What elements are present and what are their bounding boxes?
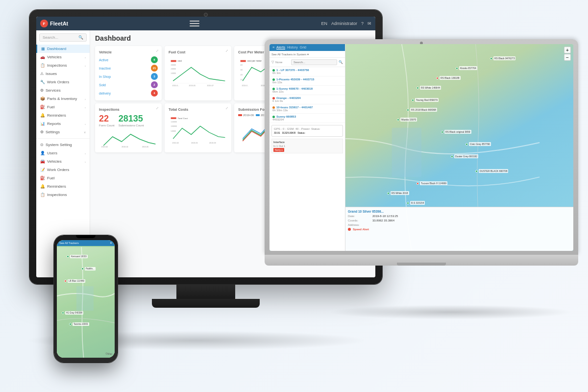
status-value: Status: bbox=[297, 131, 305, 134]
user-menu[interactable]: Administrator bbox=[331, 21, 357, 26]
svg-text:2019-0..: 2019-0.. bbox=[242, 85, 248, 87]
tracker-item-3[interactable]: 1-Sunny 400670 - 4403018 0km 22s bbox=[270, 86, 345, 95]
panel-search-icon[interactable]: 🔍 bbox=[339, 60, 343, 64]
panel-tab-history[interactable]: History bbox=[287, 46, 298, 49]
inshop-badge: 3 bbox=[151, 73, 158, 80]
svg-text:40: 40 bbox=[241, 64, 243, 66]
vehicle-sub-icon: 🚘 bbox=[40, 159, 45, 164]
fuel-sub-icon: ⛽ bbox=[40, 176, 45, 180]
hamburger-line-2 bbox=[190, 23, 199, 24]
sidebar-item-inspections-sub[interactable]: 📋 Inspections bbox=[36, 191, 90, 199]
sidebar-item-reminders-sub[interactable]: 🔔 Reminders bbox=[36, 182, 90, 191]
sidebar-label: Issues bbox=[46, 72, 57, 76]
vehicle-expand-icon[interactable]: ⤢ bbox=[156, 49, 159, 53]
map-bottom-panel: Grand 10 Silver 65398... Date: 2019-8-18… bbox=[345, 207, 573, 251]
marker-12: Tucson Black 8 114669 bbox=[416, 181, 447, 185]
panel-tab-alerts[interactable]: ≡ bbox=[272, 46, 274, 49]
sold-label: Sold bbox=[99, 83, 106, 87]
marker-dot-4 bbox=[416, 87, 419, 89]
help-icon[interactable]: ? bbox=[361, 21, 364, 26]
hamburger-line-3 bbox=[190, 25, 199, 26]
map-zoom-controls: + − bbox=[564, 47, 571, 61]
phone-marker-2: Pathfin... bbox=[81, 267, 96, 270]
sidebar-item-parts[interactable]: 📦 Parts & Inventory › bbox=[36, 95, 90, 103]
sidebar-item-workorders-sub[interactable]: 📝 Work Orders bbox=[36, 166, 90, 174]
svg-text:150000: 150000 bbox=[171, 121, 177, 123]
lang-selector[interactable]: EN bbox=[321, 21, 327, 26]
mail-icon[interactable]: ✉ bbox=[368, 21, 371, 26]
sidebar-item-fuel[interactable]: ⛽ Fuel › bbox=[36, 103, 90, 111]
sidebar-item-users[interactable]: 👤 Users › bbox=[36, 149, 90, 157]
phone-marker-4: H1 Gray 540398 bbox=[62, 311, 83, 315]
sidebar-item-workorders[interactable]: 🔧 Work Orders bbox=[36, 78, 90, 86]
panel-tracker-selector[interactable]: See All Trackers in System ▾ bbox=[270, 51, 345, 58]
sidebar-label: Reminders bbox=[47, 184, 66, 189]
sidebar-item-dashboard[interactable]: ▦ Dashboard bbox=[36, 45, 90, 53]
search-icon: 🔍 bbox=[78, 35, 83, 40]
sidebar-item-reports[interactable]: 📊 Reports › bbox=[36, 120, 90, 128]
speed-value: 31325.00KR bbox=[282, 131, 296, 134]
submissions-count: 28135 bbox=[119, 114, 144, 124]
svg-text:2019-06: 2019-06 bbox=[142, 146, 148, 148]
sidebar-item-fuel-sub[interactable]: ⛽ Fuel bbox=[36, 174, 90, 182]
zoom-out-button[interactable]: − bbox=[564, 54, 571, 61]
vehicle-card-title: Vehicle bbox=[99, 50, 158, 54]
arrow-icon: › bbox=[85, 106, 86, 109]
inspections-card: Inspections ⤢ 22 Form Count 28135 bbox=[95, 103, 162, 152]
phone-marker-1: Kerouani 10033 bbox=[67, 255, 88, 258]
sidebar-item-inspections[interactable]: 📋 Inspections › bbox=[36, 61, 90, 70]
total-costs-title: Total Costs bbox=[169, 107, 227, 112]
vehicle-icon: 🚗 bbox=[40, 55, 45, 59]
monitor-camera bbox=[204, 13, 208, 17]
tracker-item-2[interactable]: 1-Picanto 453039 - 4403715 0m 13s bbox=[270, 76, 345, 86]
sidebar-label: Vehicles bbox=[47, 159, 62, 164]
stat-row-active: Active 8 bbox=[99, 56, 158, 63]
tracker-status-5 bbox=[272, 106, 275, 109]
zoom-in-button[interactable]: + bbox=[564, 47, 571, 53]
sidebar-search[interactable]: Search... 🔍 bbox=[39, 33, 87, 42]
map-container: RS Black 9476273 Kiosks 657704 RS Black … bbox=[270, 44, 573, 251]
sidebar-item-system[interactable]: ⊙ System Setting bbox=[36, 141, 90, 149]
fuel-expand-icon[interactable]: ⤢ bbox=[225, 49, 228, 53]
filter-label: None bbox=[275, 61, 290, 64]
panel-tab-alerts-label[interactable]: Alerts bbox=[276, 46, 285, 49]
phone-label-2: Pathfin... bbox=[85, 267, 96, 270]
sidebar-item-reminders[interactable]: 🔔 Reminders bbox=[36, 111, 90, 120]
tc-expand-icon[interactable]: ⤢ bbox=[225, 106, 228, 110]
fuel-cost-card: Fuel Cost ⤢ cost 30000 20000 10000 bbox=[165, 46, 231, 100]
insp-expand-icon[interactable]: ⤢ bbox=[156, 106, 159, 110]
marker-5: Toureg Red 659079 bbox=[412, 98, 439, 102]
phone-close-icon[interactable]: ✕ bbox=[110, 242, 112, 245]
marker-dot-10 bbox=[451, 155, 453, 158]
marker-label-14: R.S 315154 bbox=[410, 201, 425, 205]
panel-tab-grid[interactable]: Grid bbox=[300, 46, 306, 49]
tracker-detail-1: 0h 3m bbox=[272, 72, 342, 74]
sidebar-item-settings[interactable]: ⚙ Settings ∨ bbox=[36, 128, 90, 136]
hamburger-menu[interactable] bbox=[190, 20, 199, 27]
marker-label-6: RS 2018 Black 668368 bbox=[410, 108, 437, 112]
marker-label-7: Mazda 15970 bbox=[400, 118, 417, 122]
phone: See All Trackers ✕ K bbox=[54, 235, 118, 363]
sidebar-item-services[interactable]: ⚙ Services bbox=[36, 86, 90, 95]
fuel-cost-chart: cost 30000 20000 10000 2019-0... 2019-05… bbox=[169, 58, 227, 88]
sidebar-label: Work Orders bbox=[47, 168, 69, 172]
coords-label: Coords: bbox=[348, 219, 368, 222]
tracker-item-6[interactable]: Sunny 660853 4403204 bbox=[270, 114, 345, 123]
abs-row: Norty x bbox=[273, 148, 341, 151]
panel-search-input[interactable] bbox=[291, 59, 337, 65]
tracker-item-4[interactable]: Orange - 4403204 0 1m 0s bbox=[270, 95, 345, 104]
svg-text:cost per meter: cost per meter bbox=[247, 60, 262, 62]
sidebar-item-issues[interactable]: ⚠ Issues bbox=[36, 70, 90, 78]
sidebar-item-vehicles[interactable]: 🚗 Vehicles › bbox=[36, 53, 90, 61]
info-row-date: Date: 2019-8-18 12:53:25 bbox=[348, 215, 571, 218]
svg-text:Total Cost: Total Cost bbox=[177, 117, 188, 120]
tracker-status-3 bbox=[272, 88, 275, 90]
tracker-item-1[interactable]: 1 - LP 307370 - 4403756 0h 3m bbox=[270, 67, 345, 76]
marker-dot-11 bbox=[475, 170, 478, 172]
tracker-item-5[interactable]: 10-Isuzu 315617 - 4401467 0h 30m 13s bbox=[270, 104, 345, 114]
reports-icon: 📊 bbox=[40, 122, 45, 126]
svg-text:2019-0...: 2019-0... bbox=[172, 85, 179, 87]
phone-label-5: Tacoma 10003 bbox=[73, 322, 89, 326]
parts-icon: 📦 bbox=[40, 97, 45, 101]
sidebar-item-vehicles-sub[interactable]: 🚘 Vehicles › bbox=[36, 157, 90, 166]
